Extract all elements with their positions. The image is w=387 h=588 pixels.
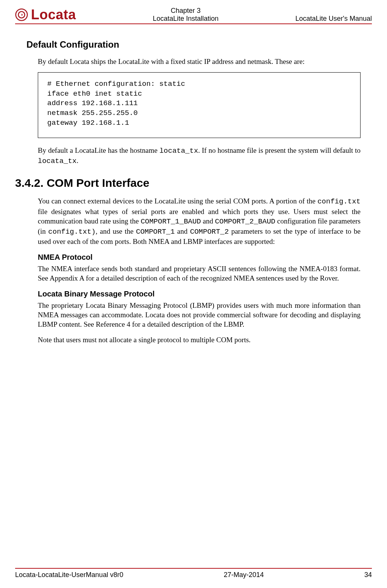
lbmp-paragraph: The proprietary Locata Binary Messaging … (38, 301, 361, 329)
text: You can connect external devices to the … (38, 197, 317, 205)
code-inline: COMPORT_2_BAUD (215, 217, 276, 226)
code-inline: COMPORT_1_BAUD (141, 217, 201, 226)
subheading-nmea: NMEA Protocol (38, 253, 361, 262)
code-inline: COMPORT_1 (136, 228, 175, 236)
text: By default a LocataLite has the hostname (38, 146, 159, 154)
code-inline: config.txt (317, 197, 361, 206)
header-left: Locata (15, 7, 76, 23)
chapter-label: Chapter 3 (76, 7, 295, 15)
header-center: Chapter 3 LocataLite Installation (76, 7, 295, 23)
page-footer: Locata-LocataLite-UserManual v8r0 27-May… (15, 568, 372, 579)
ethernet-config-codebox: # Ethernet configuration: static iface e… (38, 72, 361, 138)
section-heading-default-config: Default Configuration (26, 39, 361, 50)
page: Locata Chapter 3 LocataLite Installation… (0, 0, 387, 588)
footer-right: 34 (364, 571, 372, 579)
page-header: Locata Chapter 3 LocataLite Installation… (15, 7, 372, 24)
code-inline: config.txt) (48, 228, 96, 236)
com-port-note: Note that users must not allocate a sing… (38, 335, 361, 344)
code-inline: locata_tx (38, 157, 77, 165)
text: and (175, 227, 190, 235)
default-config-intro: By default Locata ships the LocataLite w… (38, 57, 361, 66)
nmea-paragraph: The NMEA interface sends both standard a… (38, 264, 361, 283)
locata-mark-icon (15, 8, 28, 21)
logo: Locata (15, 7, 76, 23)
text: . If no hostname file is present the sys… (198, 146, 361, 154)
code-inline: locata_tx (159, 147, 198, 155)
header-right: LocataLite User's Manual (295, 15, 372, 23)
com-port-paragraph: You can connect external devices to the … (38, 196, 361, 246)
section-heading-com-port: 3.4.2. COM Port Interface (15, 177, 361, 189)
text: . (77, 157, 79, 164)
text: , and use the (96, 227, 136, 235)
footer-center: 27-May-2014 (224, 571, 264, 579)
content: Default Configuration By default Locata … (15, 24, 372, 344)
footer-left: Locata-LocataLite-UserManual v8r0 (15, 571, 123, 579)
text: and (201, 217, 215, 225)
subheading-lbmp: Locata Binary Message Protocol (38, 290, 361, 298)
code-inline: COMPORT_2 (190, 228, 229, 236)
logo-text: Locata (31, 7, 76, 22)
logo-text-wrap: Locata (28, 7, 76, 23)
chapter-subtitle: LocataLite Installation (76, 15, 295, 23)
hostname-paragraph: By default a LocataLite has the hostname… (38, 146, 361, 166)
